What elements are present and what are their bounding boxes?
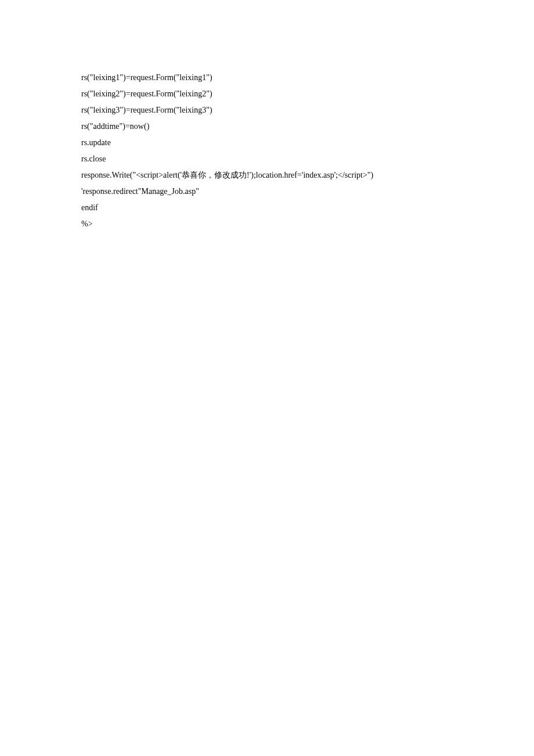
code-line: rs.update: [81, 135, 453, 151]
document-page: rs("leixing1")=request.Form("leixing1") …: [0, 0, 534, 232]
code-line: rs("addtime")=now(): [81, 118, 453, 135]
code-line: endif: [81, 200, 453, 216]
code-line: response.Write("<script>alert('恭喜你，修改成功!…: [81, 167, 453, 183]
code-line: %>: [81, 216, 453, 232]
code-line: rs("leixing1")=request.Form("leixing1"): [81, 70, 453, 86]
code-line: rs("leixing3")=request.Form("leixing3"): [81, 102, 453, 118]
code-line: 'response.redirect"Manage_Job.asp": [81, 183, 453, 200]
code-line: rs.close: [81, 151, 453, 167]
code-line: rs("leixing2")=request.Form("leixing2"): [81, 86, 453, 102]
